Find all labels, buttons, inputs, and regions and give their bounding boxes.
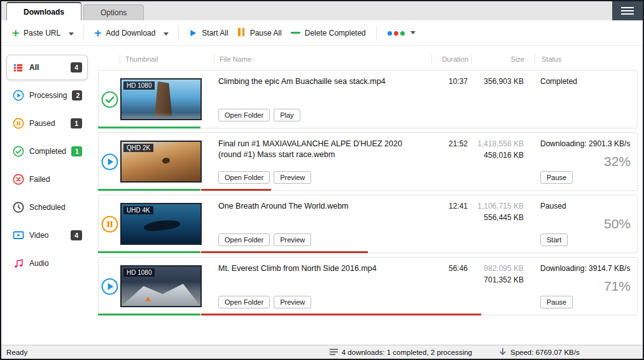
file-name: Climbing the epic Am Buachaille sea stac… (218, 76, 424, 87)
sidebar-item-label: Audio (29, 259, 82, 268)
toolbar: + Paste URL + Add Download Start All Pau… (1, 20, 643, 46)
status-text: Downloading: 3914.7 KB/s (540, 264, 630, 273)
play-button[interactable]: Play (274, 109, 300, 121)
open-folder-button[interactable]: Open Folder (218, 233, 270, 246)
progress-percent: 32% (604, 154, 631, 169)
pause-icon (237, 28, 246, 38)
minus-icon (291, 32, 300, 34)
sidebar-item-audio[interactable]: Audio (6, 251, 88, 276)
sidebar-item-failed[interactable]: Failed (6, 167, 88, 192)
paused-status-icon (101, 216, 118, 233)
sidebar-item-scheduled[interactable]: Scheduled (6, 195, 88, 220)
paste-url-dropdown[interactable] (65, 24, 78, 41)
add-download-dropdown[interactable] (160, 24, 172, 41)
delete-completed-label: Delete Completed (305, 29, 366, 38)
start-all-label: Start All (202, 29, 228, 38)
more-options-button[interactable] (382, 25, 420, 41)
download-row-2[interactable]: QHD 2K Final run #1 MAXIAVALANCHE ALPE D… (98, 132, 638, 191)
sidebar-item-all[interactable]: All 4 (6, 55, 88, 80)
sidebar-item-paused[interactable]: Paused 1 (6, 111, 88, 136)
count-badge: 1 (71, 118, 82, 128)
count-badge: 2 (72, 90, 82, 100)
pause-button[interactable]: Pause (540, 296, 573, 308)
video-thumbnail[interactable]: HD 1080 (120, 265, 202, 307)
video-thumbnail[interactable]: QHD 2K (120, 141, 202, 183)
file-name: Mt. Everest Climb from North Side 2016.m… (218, 263, 424, 274)
hamburger-menu-button[interactable] (612, 1, 643, 20)
toolbar-separator (376, 26, 377, 40)
duration-value: 10:37 (431, 71, 470, 128)
table-header: Thumbnail File Name Duration Size Status (98, 52, 638, 66)
download-arrow-icon (499, 348, 507, 356)
header-duration: Duration (431, 55, 471, 64)
progress-percent: 71% (604, 279, 631, 294)
preview-button[interactable]: Preview (274, 296, 311, 308)
content-area: All 4 Processing 2 Paused 1 (1, 46, 643, 345)
downloading-status-icon (101, 153, 118, 170)
size-total: 1,106,715 KB (470, 202, 524, 211)
paused-icon (12, 118, 24, 130)
header-status: Status (535, 55, 638, 64)
quality-badge: UHD 4K (123, 206, 153, 214)
toolbar-separator (83, 26, 84, 40)
chevron-down-icon (164, 32, 169, 36)
preview-button[interactable]: Preview (274, 233, 311, 246)
chevron-down-icon (410, 31, 416, 34)
tab-options[interactable]: Options (83, 4, 144, 20)
open-folder-button[interactable]: Open Folder (218, 171, 270, 184)
tab-options-label: Options (101, 8, 127, 17)
sidebar-item-video[interactable]: Video 4 (6, 223, 88, 248)
start-all-button[interactable]: Start All (185, 25, 232, 41)
pause-all-button[interactable]: Pause All (233, 24, 286, 42)
duration-value: 21:52 (431, 133, 470, 190)
count-badge: 1 (71, 146, 82, 156)
duration-value: 12:41 (431, 195, 470, 253)
tab-bar: Downloads Options (1, 1, 643, 20)
status-text: Completed (540, 77, 577, 86)
progress-bar-secondary (201, 314, 481, 315)
download-row-4[interactable]: HD 1080 Mt. Everest Climb from North Sid… (98, 257, 638, 315)
downloads-summary-text: 4 downloads: 1 completed, 2 processing (342, 349, 472, 356)
delete-completed-button[interactable]: Delete Completed (286, 25, 370, 41)
add-download-label: Add Download (106, 29, 155, 38)
download-row-3[interactable]: UHD 4K One Breath Around The World.webm … (98, 195, 638, 253)
downloading-status-icon (101, 278, 118, 295)
sidebar-item-processing[interactable]: Processing 2 (6, 83, 88, 108)
quality-badge: HD 1080 (123, 268, 155, 277)
size-total: 1,418,558 KB (470, 139, 524, 148)
file-name: Final run #1 MAXIAVALANCHE ALPE D'HUEZ 2… (218, 139, 424, 160)
video-thumbnail[interactable]: UHD 4K (120, 203, 202, 245)
hamburger-icon (621, 7, 634, 8)
failed-icon (12, 174, 24, 186)
start-button[interactable]: Start (540, 233, 568, 246)
paste-url-label: Paste URL (24, 29, 60, 38)
open-folder-button[interactable]: Open Folder (218, 296, 270, 308)
file-name: One Breath Around The World.webm (218, 201, 424, 212)
sidebar-item-label: Video (29, 231, 66, 240)
speed-text: Speed: 6769.07 KB/s (510, 349, 580, 356)
tab-downloads[interactable]: Downloads (6, 2, 81, 20)
open-folder-button[interactable]: Open Folder (218, 109, 270, 121)
size-downloaded: 458,016 KB (470, 151, 524, 160)
sidebar-item-label: Paused (29, 119, 66, 128)
video-thumbnail[interactable]: HD 1080 (120, 78, 202, 120)
add-download-button[interactable]: + Add Download (90, 25, 160, 41)
progress-bar (98, 251, 200, 253)
progress-bar (98, 189, 200, 191)
progress-bar-secondary (201, 251, 368, 253)
status-bar: Ready 4 downloads: 1 completed, 2 proces… (1, 345, 643, 359)
paste-url-button[interactable]: + Paste URL (8, 25, 65, 41)
sidebar-item-label: Scheduled (29, 203, 82, 212)
downloads-list: Thumbnail File Name Duration Size Status… (92, 46, 643, 345)
rows-container: HD 1080 Climbing the epic Am Buachaille … (98, 70, 638, 345)
tab-downloads-label: Downloads (24, 8, 64, 17)
audio-icon (12, 258, 24, 270)
pause-button[interactable]: Pause (540, 171, 573, 184)
quality-badge: QHD 2K (123, 144, 153, 152)
size-value: 356,903 KB (470, 77, 524, 86)
download-row-1[interactable]: HD 1080 Climbing the epic Am Buachaille … (98, 70, 638, 128)
preview-button[interactable]: Preview (274, 171, 311, 184)
count-badge: 4 (71, 62, 82, 73)
sidebar-item-completed[interactable]: Completed 1 (6, 139, 88, 164)
progress-percent: 50% (604, 216, 631, 232)
